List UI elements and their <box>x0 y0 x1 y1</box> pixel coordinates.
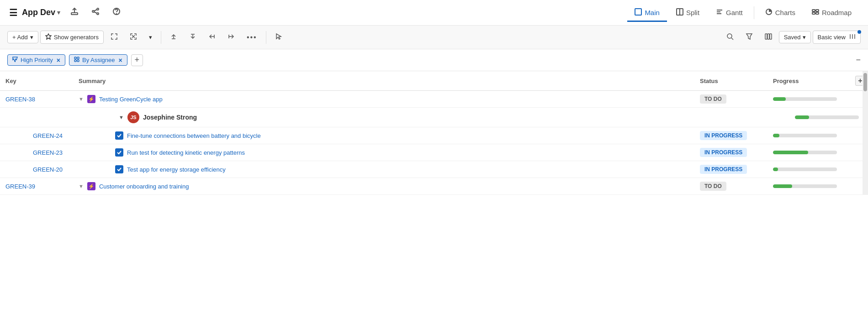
cell-key-green20: GREEN-20 <box>0 161 73 178</box>
svg-rect-17 <box>812 12 815 14</box>
scroll-thumb[interactable] <box>863 73 867 91</box>
move-down-button[interactable] <box>184 30 201 44</box>
table-row: GREEN-38 ▼ ⚡ Testing GreenCycle app TO D… <box>0 91 868 108</box>
cell-summary-josephine: ▼ JS Josephine Strong <box>73 108 694 127</box>
tab-roadmap[interactable]: Roadmap <box>804 5 859 22</box>
expand-icon <box>111 33 118 42</box>
tab-gantt[interactable]: Gantt <box>709 5 750 22</box>
filter-add-button[interactable]: + <box>131 54 143 66</box>
filter-collapse-button[interactable]: − <box>856 55 861 65</box>
table-row: GREEN-24 Fine-tune connections between b… <box>0 127 868 144</box>
collapse-button[interactable] <box>125 30 142 44</box>
cell-summary-green38: ▼ ⚡ Testing GreenCycle app <box>73 91 694 108</box>
tab-split[interactable]: Split <box>669 5 707 22</box>
indent-right-button[interactable] <box>222 30 240 44</box>
filter-remove-high-priority[interactable]: × <box>57 57 60 63</box>
summary-text-green20[interactable]: Test app for energy storage efficiency <box>127 166 226 173</box>
cell-key-green38: GREEN-38 <box>0 91 73 108</box>
roadmap-tab-label: Roadmap <box>822 9 852 16</box>
cell-summary-green20: Test app for energy storage efficiency <box>73 161 694 178</box>
cell-key-green39: GREEN-39 <box>0 178 73 195</box>
cell-progress-green39 <box>767 178 850 195</box>
toolbar-right: Saved ▾ Basic view <box>721 30 861 44</box>
table-row: GREEN-20 Test app for energy storage eff… <box>0 161 868 178</box>
svg-rect-34 <box>770 34 772 39</box>
cell-summary-green24: Fine-tune connections between battery an… <box>73 127 694 144</box>
tab-divider <box>754 6 754 19</box>
summary-text-green39[interactable]: Customer onboarding and training <box>99 183 189 190</box>
saved-button[interactable]: Saved ▾ <box>779 31 811 43</box>
indent-left-button[interactable] <box>203 30 221 44</box>
columns-button[interactable] <box>760 30 777 44</box>
share-network-button[interactable] <box>89 5 102 20</box>
svg-rect-15 <box>812 10 815 11</box>
top-nav: ☰ App Dev ▾ Main <box>0 0 868 26</box>
help-icon <box>112 7 121 18</box>
cell-status-green23: IN PROGRESS <box>694 144 767 161</box>
filter-chip-high-priority[interactable]: High Priority × <box>7 54 65 66</box>
scrollbar[interactable] <box>863 71 868 195</box>
expand-button[interactable] <box>106 30 123 44</box>
cursor-button[interactable] <box>270 30 287 44</box>
app-title-text: App Dev <box>22 8 55 17</box>
cell-summary-green39: ▼ ⚡ Customer onboarding and training <box>73 178 694 195</box>
assignee-name-josephine[interactable]: Josephine Strong <box>143 114 197 121</box>
table-row: GREEN-39 ▼ ⚡ Customer onboarding and tra… <box>0 178 868 195</box>
chevron-icon-josephine[interactable]: ▼ <box>119 115 124 120</box>
collapse-arrow-button[interactable]: ▾ <box>144 31 157 43</box>
key-link-green23[interactable]: GREEN-23 <box>5 149 63 156</box>
svg-line-4 <box>94 10 97 11</box>
key-link-green39[interactable]: GREEN-39 <box>5 183 35 190</box>
key-link-green24[interactable]: GREEN-24 <box>5 132 63 139</box>
more-options-button[interactable]: ••• <box>242 31 262 44</box>
move-up-button[interactable] <box>165 30 182 44</box>
search-button[interactable] <box>721 30 739 44</box>
status-badge-green39: TO DO <box>700 182 726 191</box>
summary-cell-josephine: ▼ JS Josephine Strong <box>101 111 689 123</box>
cell-progress-green23 <box>767 144 850 161</box>
split-tab-icon <box>676 8 683 17</box>
summary-cell-green20: Test app for energy storage efficiency <box>79 165 689 173</box>
tab-main[interactable]: Main <box>627 5 667 22</box>
task-icon-green38: ⚡ <box>87 95 95 103</box>
col-header-key: Key <box>0 71 73 91</box>
progress-fill-green20 <box>773 167 778 171</box>
main-tab-icon <box>635 8 642 17</box>
more-options-icon: ••• <box>247 33 257 42</box>
progress-fill-green39 <box>773 184 792 188</box>
svg-line-30 <box>731 38 733 40</box>
columns-view-icon <box>849 33 856 41</box>
key-link-green38[interactable]: GREEN-38 <box>5 96 35 103</box>
data-table: Key Summary Status Progress + <box>0 71 868 195</box>
charts-tab-label: Charts <box>775 9 795 16</box>
task-icon-green20 <box>115 165 123 173</box>
summary-text-green38[interactable]: Testing GreenCycle app <box>99 96 163 103</box>
help-button[interactable] <box>110 5 123 20</box>
share-upload-button[interactable] <box>68 5 81 20</box>
filter-button[interactable] <box>741 30 758 44</box>
summary-text-green24[interactable]: Fine-tune connections between battery an… <box>127 132 261 139</box>
status-badge-green20: IN PROGRESS <box>700 165 747 174</box>
svg-rect-8 <box>635 9 641 15</box>
svg-point-3 <box>97 13 99 15</box>
add-button[interactable]: + Add ▾ <box>7 31 38 43</box>
cell-progress-green20 <box>767 161 850 178</box>
app-title[interactable]: ☰ App Dev ▾ <box>9 7 60 18</box>
chevron-icon-green39[interactable]: ▼ <box>79 183 84 189</box>
key-link-green20[interactable]: GREEN-20 <box>5 166 63 173</box>
svg-rect-32 <box>765 34 767 39</box>
svg-rect-33 <box>767 34 769 39</box>
summary-text-green23[interactable]: Run test for detecting kinetic energy pa… <box>127 149 245 156</box>
progress-fill-josephine <box>795 115 809 119</box>
gantt-tab-label: Gantt <box>726 9 743 16</box>
basic-view-button[interactable]: Basic view <box>813 31 861 44</box>
svg-point-29 <box>727 34 732 38</box>
show-generators-button[interactable]: Show generators <box>40 31 104 44</box>
filter-chip-by-assignee[interactable]: By Assignee × <box>69 54 127 66</box>
progress-bar-green38 <box>773 97 837 101</box>
col-header-summary: Summary <box>73 71 694 91</box>
columns-icon <box>765 33 772 42</box>
chevron-icon-green38[interactable]: ▼ <box>79 96 84 102</box>
tab-charts[interactable]: Charts <box>758 5 803 22</box>
filter-remove-by-assignee[interactable]: × <box>119 57 122 63</box>
